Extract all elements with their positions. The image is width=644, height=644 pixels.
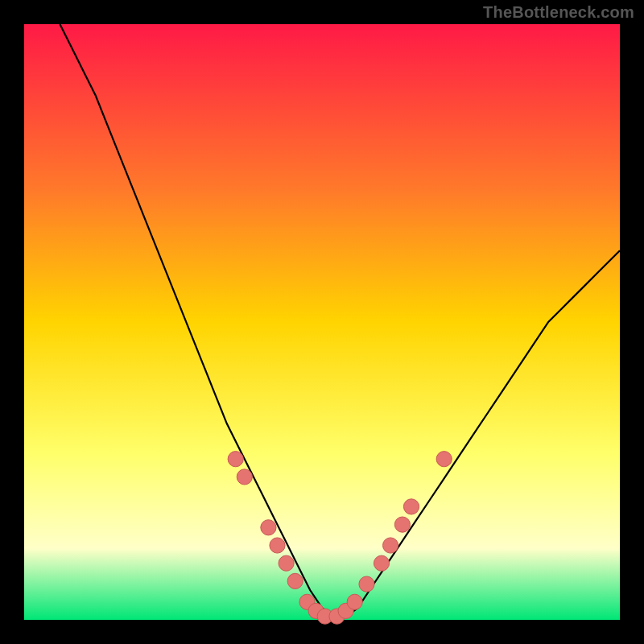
curve-marker <box>347 594 362 609</box>
watermark-text: TheBottleneck.com <box>483 3 634 22</box>
curve-marker <box>383 538 398 553</box>
bottleneck-chart <box>0 0 644 644</box>
curve-marker <box>261 520 276 535</box>
curve-marker <box>279 555 294 571</box>
curve-marker <box>374 555 389 571</box>
curve-marker <box>287 573 303 588</box>
curve-marker <box>359 576 374 592</box>
plot-gradient <box>24 24 620 620</box>
curve-marker <box>237 469 252 485</box>
curve-marker <box>403 499 419 514</box>
curve-marker <box>228 452 243 467</box>
curve-marker <box>270 538 285 553</box>
curve-marker <box>394 517 410 532</box>
curve-marker <box>436 452 452 467</box>
chart-frame: TheBottleneck.com <box>0 0 644 644</box>
